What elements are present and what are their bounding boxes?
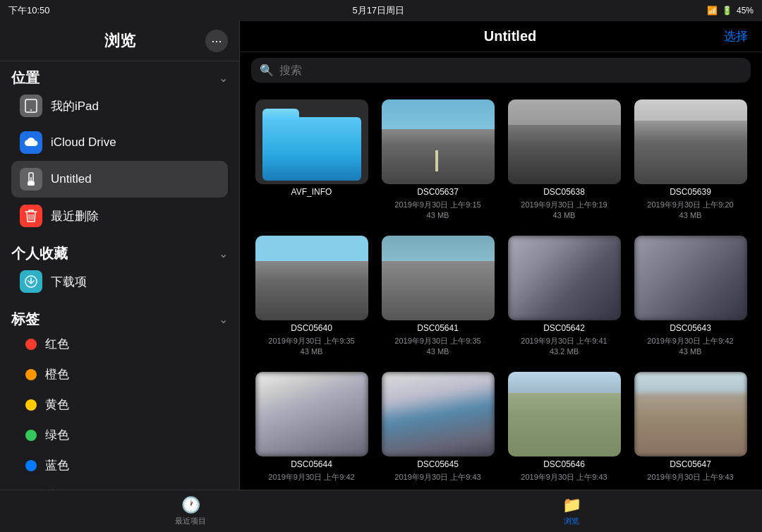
file-item-dsc5644[interactable]: DSC05644 2019年9月30日 上午9:42 [254,372,369,483]
file-thumb-dsc5646 [508,372,621,457]
file-item-dsc5645[interactable]: DSC05645 2019年9月30日 上午9:43 [380,372,495,483]
tag-dot-red [25,339,37,350]
file-thumb-dsc5637 [382,99,495,184]
icloud-label: iCloud Drive [51,135,116,150]
road-thumb-4 [255,236,368,320]
icloud-icon [20,131,42,154]
file-item-dsc5646[interactable]: DSC05646 2019年9月30日 上午9:43 [507,372,622,483]
file-thumb-dsc5640 [255,236,368,320]
more-icon: ··· [211,34,222,49]
file-meta-dsc5637: 2019年9月30日 上午9:1543 MB [394,200,480,222]
wifi-icon: 📶 [707,6,718,16]
downloads-label: 下载项 [51,274,87,290]
file-meta-dsc5639: 2019年9月30日 上午9:2043 MB [647,200,733,222]
file-item-dsc5638[interactable]: DSC05638 2019年9月30日 上午9:1943 MB [507,99,622,222]
downloads-icon [20,270,42,293]
person-thumb-3 [255,372,368,457]
untitled-label: Untitled [51,172,92,186]
file-item-dsc5640[interactable]: DSC05640 2019年9月30日 上午9:3543 MB [254,236,369,358]
file-item-dsc5641[interactable]: DSC05641 2019年9月30日 上午9:3543 MB [380,236,495,358]
desert-thumb-1 [508,372,621,457]
recent-icon: 🕐 [181,496,200,514]
svg-rect-3 [28,181,35,186]
content-title: Untitled [296,28,724,44]
sidebar-item-tag-purple[interactable]: 紫色 [11,480,228,490]
tags-section-header[interactable]: 标签 ⌄ [11,310,228,329]
tag-dot-green [25,430,37,441]
tab-item-browse[interactable]: 📁 浏览 [381,496,762,526]
sidebar-title: 浏览 [34,30,205,52]
file-thumb-dsc5647 [634,372,747,457]
file-meta-dsc5647: 2019年9月30日 上午9:43 [647,472,733,483]
ipad-label: 我的iPad [51,98,99,114]
sidebar-item-icloud[interactable]: iCloud Drive [11,124,228,161]
sidebar-item-tag-red[interactable]: 红色 [11,329,228,359]
trash-icon [20,205,42,227]
sidebar-item-untitled[interactable]: Untitled [11,161,228,198]
file-name-dsc5647: DSC05647 [670,459,711,469]
road-thumb-1 [382,99,495,184]
file-item-dsc5637[interactable]: DSC05637 2019年9月30日 上午9:1543 MB [380,99,495,222]
road-thumb-5 [382,236,495,320]
search-icon: 🔍 [260,64,274,77]
file-thumb-dsc5642 [508,236,621,320]
file-thumb-avf [255,99,368,184]
sidebar-item-tag-blue[interactable]: 蓝色 [11,450,228,480]
file-item-dsc5643[interactable]: DSC05643 2019年9月30日 上午9:4243 MB [633,236,748,358]
tag-label-yellow: 黄色 [45,397,69,413]
favorites-section-header[interactable]: 个人收藏 ⌄ [11,244,228,263]
file-meta-dsc5645: 2019年9月30日 上午9:43 [394,472,480,483]
status-bar: 下午10:50 5月17日周日 📶 🔋 45% [0,0,762,21]
tag-label-green: 绿色 [45,427,69,443]
battery-icon: 🔋 [722,6,732,16]
browse-icon: 📁 [562,496,581,514]
file-thumb-dsc5643 [634,236,747,320]
file-name-dsc5637: DSC05637 [417,187,459,197]
usb-icon [20,168,42,191]
file-name-dsc5641: DSC05641 [417,323,459,333]
locations-section-header[interactable]: 位置 ⌄ [11,68,228,87]
file-item-dsc5639[interactable]: DSC05639 2019年9月30日 上午9:2043 MB [633,99,748,222]
search-input[interactable] [279,64,742,77]
favorites-chevron: ⌄ [219,247,228,260]
svg-line-5 [29,214,30,219]
tab-bar: 🕐 最近项目 📁 浏览 [0,490,762,532]
sidebar-item-tag-orange[interactable]: 橙色 [11,359,228,389]
sidebar-section-locations: 位置 ⌄ 我的iPad iCloud Drive [0,61,239,237]
file-grid: AVF_INFO DSC05637 2019年9月30日 上午9:1543 MB… [240,88,762,490]
status-time: 下午10:50 [8,4,50,17]
sidebar-item-downloads[interactable]: 下载项 [11,263,228,300]
sidebar-item-ipad[interactable]: 我的iPad [11,87,228,124]
file-thumb-dsc5641 [382,236,495,320]
sidebar: 浏览 ··· 位置 ⌄ 我的iPad [0,21,240,490]
file-name-avf: AVF_INFO [291,187,332,197]
svg-point-1 [30,109,32,111]
tag-label-blue: 蓝色 [45,457,69,473]
sidebar-item-tag-yellow[interactable]: 黄色 [11,389,228,420]
locations-title: 位置 [11,68,40,87]
trash-label: 最近删除 [51,208,99,224]
file-item-avf[interactable]: AVF_INFO [254,99,369,222]
content-area: Untitled 选择 🔍 AVF_INFO [240,21,762,490]
svg-line-7 [33,214,34,219]
tag-label-orange: 橙色 [45,366,69,382]
sidebar-item-tag-green[interactable]: 绿色 [11,420,228,450]
sidebar-item-trash[interactable]: 最近删除 [11,198,228,234]
content-header: Untitled 选择 [240,21,762,52]
person-thumb-2 [634,236,747,320]
file-item-dsc5647[interactable]: DSC05647 2019年9月30日 上午9:43 [633,372,748,483]
file-thumb-dsc5638 [508,99,621,184]
tab-item-recent[interactable]: 🕐 最近项目 [0,496,381,526]
search-wrap[interactable]: 🔍 [251,58,751,83]
select-button[interactable]: 选择 [724,28,748,44]
file-name-dsc5638: DSC05638 [543,187,585,197]
more-button[interactable]: ··· [205,30,228,52]
file-meta-dsc5644: 2019年9月30日 上午9:42 [268,472,354,483]
file-meta-dsc5638: 2019年9月30日 上午9:1943 MB [521,200,607,222]
browse-label: 浏览 [564,516,579,526]
main-layout: 浏览 ··· 位置 ⌄ 我的iPad [0,21,762,490]
person-thumb-4 [382,372,495,457]
file-item-dsc5642[interactable]: DSC05642 2019年9月30日 上午9:4143.2 MB [507,236,622,358]
status-right: 📶 🔋 45% [707,6,754,16]
file-name-dsc5644: DSC05644 [291,459,332,469]
